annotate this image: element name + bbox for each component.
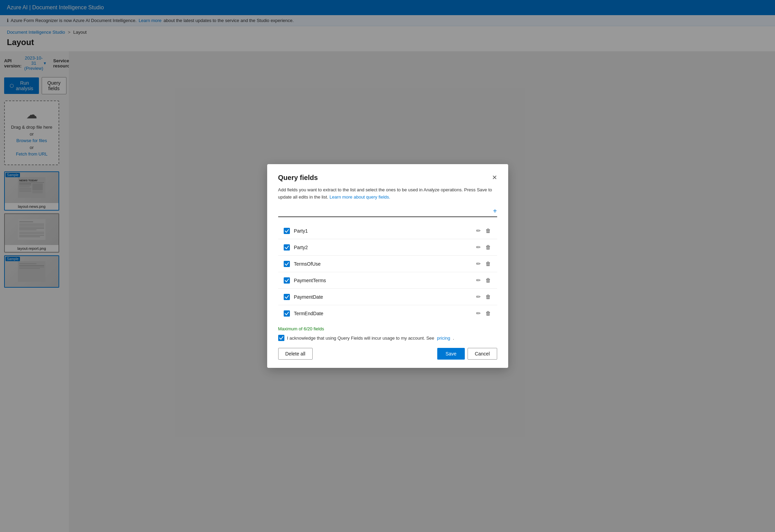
learn-more-query-link[interactable]: Learn more about query fields.: [329, 194, 390, 200]
delete-party2-button[interactable]: 🗑: [485, 244, 492, 251]
fields-list: Party1 ✏ 🗑 Party2 ✏ 🗑: [278, 223, 497, 321]
pricing-link[interactable]: pricing: [437, 336, 450, 341]
acknowledge-row: I acknowledge that using Query Fields wi…: [278, 335, 497, 341]
max-fields-note: Maximum of 6/20 fields: [278, 326, 497, 331]
field-name-party2: Party2: [294, 245, 471, 250]
modal-description: Add fields you want to extract to the li…: [278, 187, 497, 201]
field-actions-party2: ✏ 🗑: [475, 243, 492, 251]
delete-termenddate-button[interactable]: 🗑: [485, 310, 492, 317]
delete-paymentdate-button[interactable]: 🗑: [485, 293, 492, 301]
field-item-paymentdate: PaymentDate ✏ 🗑: [278, 289, 497, 305]
ack-text-after: .: [453, 336, 454, 341]
field-checkbox-termsofuse[interactable]: [284, 261, 290, 267]
footer-right-buttons: Save Cancel: [437, 348, 497, 360]
field-checkbox-paymentdate[interactable]: [284, 294, 290, 300]
edit-paymentterms-button[interactable]: ✏: [475, 276, 481, 284]
field-actions-termenddate: ✏ 🗑: [475, 309, 492, 317]
query-fields-modal: Query fields ✕ Add fields you want to ex…: [267, 164, 508, 368]
field-item-termsofuse: TermsOfUse ✏ 🗑: [278, 256, 497, 272]
field-name-paymentterms: PaymentTerms: [294, 278, 471, 283]
ack-text-before: I acknowledge that using Query Fields wi…: [287, 336, 434, 341]
modal-header: Query fields ✕: [278, 174, 497, 182]
field-checkbox-termenddate[interactable]: [284, 310, 290, 317]
field-name-party1: Party1: [294, 228, 471, 234]
delete-party1-button[interactable]: 🗑: [485, 227, 492, 235]
modal-footer: Delete all Save Cancel: [278, 348, 497, 360]
delete-paymentterms-button[interactable]: 🗑: [485, 277, 492, 284]
close-button[interactable]: ✕: [492, 174, 497, 181]
add-field-input[interactable]: [278, 207, 493, 215]
edit-party2-button[interactable]: ✏: [475, 243, 481, 251]
field-checkbox-party2[interactable]: [284, 244, 290, 251]
acknowledge-checkbox[interactable]: [278, 335, 284, 341]
field-checkbox-paymentterms[interactable]: [284, 277, 290, 284]
field-item-termenddate: TermEndDate ✏ 🗑: [278, 305, 497, 321]
edit-termsofuse-button[interactable]: ✏: [475, 260, 481, 268]
edit-paymentdate-button[interactable]: ✏: [475, 293, 481, 301]
field-checkbox-party1[interactable]: [284, 228, 290, 234]
delete-termsofuse-button[interactable]: 🗑: [485, 260, 492, 268]
modal-title: Query fields: [278, 174, 318, 182]
field-actions-termsofuse: ✏ 🗑: [475, 260, 492, 268]
add-field-row: +: [278, 207, 497, 217]
delete-all-button[interactable]: Delete all: [278, 348, 313, 360]
field-name-paymentdate: PaymentDate: [294, 294, 471, 300]
save-button[interactable]: Save: [437, 348, 465, 360]
field-name-termenddate: TermEndDate: [294, 311, 471, 316]
field-item-paymentterms: PaymentTerms ✏ 🗑: [278, 272, 497, 289]
field-actions-party1: ✏ 🗑: [475, 227, 492, 235]
field-name-termsofuse: TermsOfUse: [294, 261, 471, 267]
field-actions-paymentterms: ✏ 🗑: [475, 276, 492, 284]
field-item-party1: Party1 ✏ 🗑: [278, 223, 497, 239]
field-item-party2: Party2 ✏ 🗑: [278, 239, 497, 256]
edit-termenddate-button[interactable]: ✏: [475, 309, 481, 317]
add-field-button[interactable]: +: [493, 208, 497, 214]
modal-overlay: Query fields ✕ Add fields you want to ex…: [0, 0, 775, 532]
field-actions-paymentdate: ✏ 🗑: [475, 293, 492, 301]
cancel-button[interactable]: Cancel: [468, 348, 497, 360]
edit-party1-button[interactable]: ✏: [475, 227, 481, 235]
